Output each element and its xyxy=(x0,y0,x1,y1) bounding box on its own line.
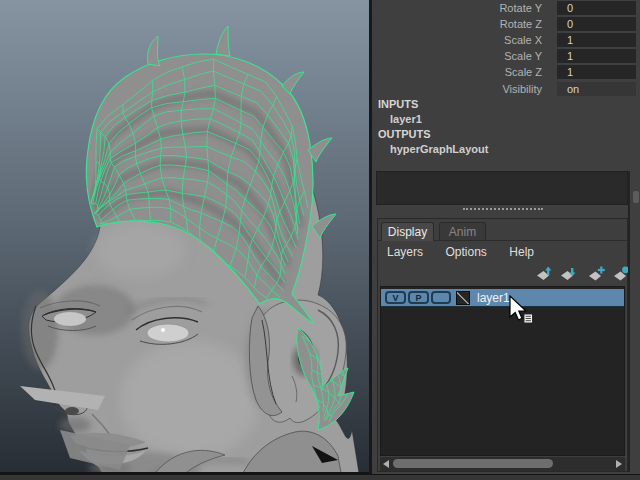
new-empty-layer-icon[interactable] xyxy=(588,266,605,281)
channel-row: Rotate Y 0 xyxy=(372,1,640,15)
channel-row: Scale Y 1 xyxy=(372,49,640,63)
channel-value-field[interactable]: 0 xyxy=(557,1,636,15)
layer-display-mode-toggle[interactable] xyxy=(431,291,451,304)
layer-name[interactable]: layer1 xyxy=(477,289,510,307)
channel-label: Scale Z xyxy=(372,65,550,79)
maya-window: Rotate Y 0 Rotate Z 0 Scale X 1 Scale Y … xyxy=(0,0,640,480)
menu-options[interactable]: Options xyxy=(445,242,486,262)
empty-attribute-area xyxy=(376,171,628,205)
layer-menubar: Layers Options Help xyxy=(378,242,627,262)
panel-splitter-handle[interactable] xyxy=(463,206,543,210)
tab-anim[interactable]: Anim xyxy=(439,222,486,241)
move-layer-down-icon[interactable] xyxy=(560,266,577,281)
channel-value-field[interactable]: 1 xyxy=(557,49,636,63)
viewport-3d-scene[interactable] xyxy=(0,0,372,480)
layer-color-swatch[interactable] xyxy=(456,291,470,305)
horizontal-scrollbar[interactable] xyxy=(380,457,625,471)
channel-value-field[interactable]: 1 xyxy=(557,33,636,47)
outputs-section-title: OUTPUTS xyxy=(378,127,431,142)
panel-resize-notch[interactable] xyxy=(633,191,639,203)
input-node-layer1[interactable]: layer1 xyxy=(390,112,422,127)
channel-label: Scale X xyxy=(372,33,550,47)
channel-value-field[interactable]: 1 xyxy=(557,65,636,79)
scroll-left-arrow-icon[interactable] xyxy=(383,460,389,468)
layer-playback-toggle[interactable]: P xyxy=(408,291,429,304)
scroll-right-arrow-icon[interactable] xyxy=(616,460,622,468)
channel-value-field[interactable]: on xyxy=(557,82,636,96)
menu-help[interactable]: Help xyxy=(509,242,534,262)
layer-list[interactable]: V P layer1 xyxy=(380,286,625,456)
scrollbar-thumb[interactable] xyxy=(393,459,553,468)
tab-display[interactable]: Display xyxy=(381,222,434,241)
channel-row: Scale X 1 xyxy=(372,33,640,47)
channel-row: Rotate Z 0 xyxy=(372,17,640,31)
panel-edge-divider xyxy=(628,171,630,472)
mouse-cursor xyxy=(509,295,535,325)
channel-label: Rotate Z xyxy=(372,17,550,31)
output-node-hypergraphlayout[interactable]: hyperGraphLayout xyxy=(390,142,488,157)
move-layer-up-icon[interactable] xyxy=(536,266,553,281)
window-bottom-edge xyxy=(0,474,640,480)
channel-label: Rotate Y xyxy=(372,1,550,15)
layer-editor-panel: Display Anim Layers Options Help V P xyxy=(377,218,628,472)
channel-label: Scale Y xyxy=(372,49,550,63)
layer-row-layer1[interactable]: V P layer1 xyxy=(381,289,624,307)
menu-layers[interactable]: Layers xyxy=(387,242,423,262)
layer-visibility-toggle[interactable]: V xyxy=(385,291,406,304)
channel-label: Visibility xyxy=(372,82,550,96)
channel-value-field[interactable]: 0 xyxy=(557,17,636,31)
cursor-list-badge-icon xyxy=(524,314,533,323)
channel-row: Visibility on xyxy=(372,82,640,96)
inputs-section-title: INPUTS xyxy=(378,97,418,112)
channel-row: Scale Z 1 xyxy=(372,65,640,79)
